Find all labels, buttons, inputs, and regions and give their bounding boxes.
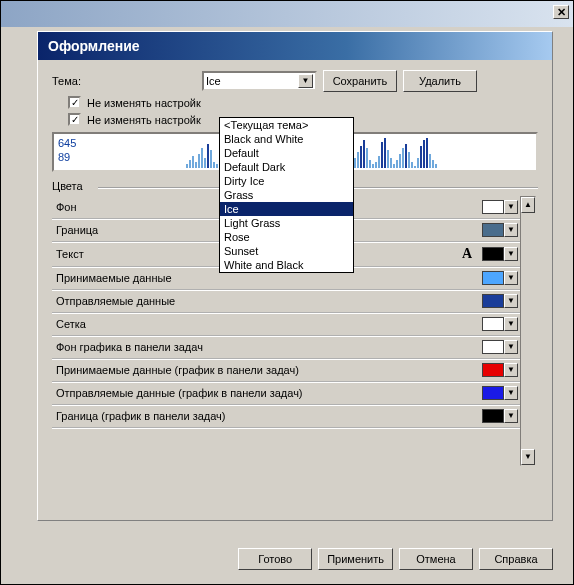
close-icon: ✕ [557, 6, 566, 18]
color-row: Отправляемые данные (график в панели зад… [52, 382, 522, 405]
theme-option[interactable]: Default [220, 146, 353, 160]
checkbox-label-1: Не изменять настройк [87, 97, 201, 109]
color-swatch[interactable] [482, 340, 504, 354]
color-swatch[interactable] [482, 363, 504, 377]
theme-row: Тема: Ice ▼ Сохранить Удалить [52, 70, 538, 92]
close-button[interactable]: ✕ [553, 5, 569, 19]
theme-option[interactable]: Rose [220, 230, 353, 244]
theme-option[interactable]: White and Black [220, 258, 353, 272]
checkbox-keep-settings-1[interactable] [68, 96, 81, 109]
chevron-down-icon[interactable]: ▼ [504, 294, 518, 308]
theme-dropdown-list[interactable]: <Текущая тема>Black and WhiteDefaultDefa… [219, 117, 354, 273]
theme-label: Тема: [52, 75, 202, 87]
chevron-down-icon[interactable]: ▼ [504, 340, 518, 354]
color-label: Граница (график в панели задач) [56, 410, 476, 422]
color-label: Принимаемые данные [56, 272, 476, 284]
color-swatch[interactable] [482, 247, 504, 261]
chevron-down-icon[interactable]: ▼ [504, 386, 518, 400]
color-row: Граница (график в панели задач)▼ [52, 405, 522, 428]
color-swatch[interactable] [482, 409, 504, 423]
chevron-down-icon[interactable]: ▼ [504, 363, 518, 377]
text-sample-icon: A [462, 246, 472, 262]
page-panel: Оформление Тема: Ice ▼ Сохранить Удалить… [37, 31, 553, 521]
outer-titlebar: ✕ [1, 1, 573, 27]
theme-value: Ice [206, 75, 298, 87]
color-row: Сетка▼ [52, 313, 522, 336]
color-row: Фон графика в панели задач▼ [52, 336, 522, 359]
apply-button[interactable]: Применить [318, 548, 393, 570]
color-swatch[interactable] [482, 294, 504, 308]
theme-option[interactable]: Sunset [220, 244, 353, 258]
page-title: Оформление [38, 32, 552, 60]
chevron-down-icon[interactable]: ▼ [504, 409, 518, 423]
theme-option[interactable]: Ice [220, 202, 353, 216]
color-swatch[interactable] [482, 317, 504, 331]
color-label: Принимаемые данные (график в панели зада… [56, 364, 476, 376]
color-label: Отправляемые данные (график в панели зад… [56, 387, 476, 399]
color-label: Фон графика в панели задач [56, 341, 476, 353]
help-button[interactable]: Справка [479, 548, 553, 570]
chevron-down-icon[interactable]: ▼ [504, 200, 518, 214]
scroll-down-icon[interactable]: ▼ [521, 449, 535, 465]
graph-values: 645 89 [54, 134, 184, 170]
graph-value-1: 645 [58, 136, 180, 150]
chevron-down-icon[interactable]: ▼ [504, 247, 518, 261]
chevron-down-icon[interactable]: ▼ [504, 317, 518, 331]
cancel-button[interactable]: Отмена [399, 548, 473, 570]
delete-button[interactable]: Удалить [403, 70, 477, 92]
color-row: Отправляемые данные▼ [52, 290, 522, 313]
checkbox-row-1: Не изменять настройк [68, 96, 538, 109]
color-swatch[interactable] [482, 223, 504, 237]
color-swatch[interactable] [482, 271, 504, 285]
theme-option[interactable]: <Текущая тема> [220, 118, 353, 132]
color-swatch[interactable] [482, 200, 504, 214]
scrollbar[interactable]: ▲ ▼ [520, 196, 536, 466]
graph-value-2: 89 [58, 150, 180, 164]
color-label: Отправляемые данные [56, 295, 476, 307]
color-swatch[interactable] [482, 386, 504, 400]
theme-option[interactable]: Dirty Ice [220, 174, 353, 188]
chevron-down-icon[interactable]: ▼ [298, 74, 313, 88]
dialog-window: ✕ Оформление Тема: Ice ▼ Сохранить Удали… [0, 0, 574, 585]
theme-combobox[interactable]: Ice ▼ [202, 71, 317, 91]
theme-option[interactable]: Default Dark [220, 160, 353, 174]
theme-option[interactable]: Light Grass [220, 216, 353, 230]
scroll-up-icon[interactable]: ▲ [521, 197, 535, 213]
color-label: Сетка [56, 318, 476, 330]
checkbox-keep-settings-2[interactable] [68, 113, 81, 126]
ok-button[interactable]: Готово [238, 548, 312, 570]
chevron-down-icon[interactable]: ▼ [504, 271, 518, 285]
theme-option[interactable]: Grass [220, 188, 353, 202]
checkbox-label-2: Не изменять настройк [87, 114, 201, 126]
save-button[interactable]: Сохранить [323, 70, 397, 92]
chevron-down-icon[interactable]: ▼ [504, 223, 518, 237]
color-row: Принимаемые данные (график в панели зада… [52, 359, 522, 382]
dialog-buttons: Готово Применить Отмена Справка [232, 548, 553, 570]
theme-option[interactable]: Black and White [220, 132, 353, 146]
